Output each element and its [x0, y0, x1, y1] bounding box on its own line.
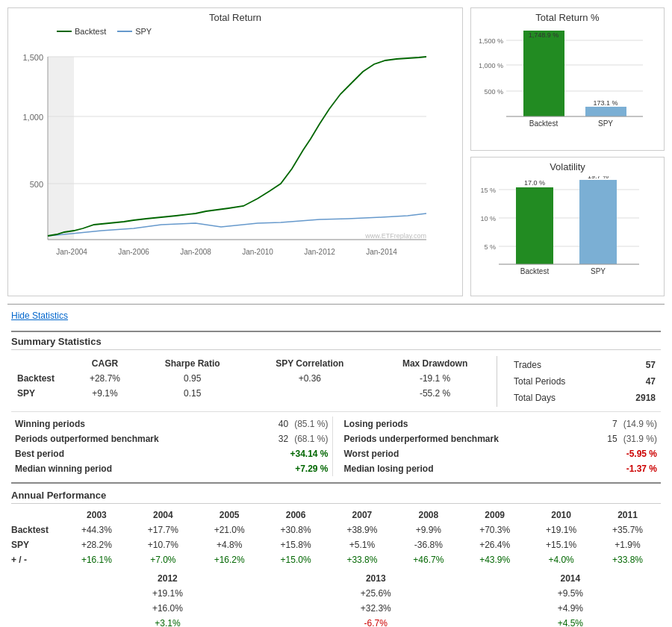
svg-text:SPY: SPY	[591, 267, 606, 275]
bt-2006: +30.8%	[263, 522, 329, 537]
diff-2014: +4.5%	[480, 616, 661, 627]
volatility-bar-chart: Volatility 15 % 10 % 5 % 17.0 %	[470, 157, 665, 296]
winning-periods-value: 40	[279, 419, 288, 429]
bt-2008: +9.9%	[395, 522, 461, 537]
winning-periods-row: Winning periods 40 (85.1 %)	[11, 417, 332, 431]
annual-backtest-label2	[11, 586, 63, 601]
year-2005: 2005	[196, 508, 263, 522]
svg-text:Jan-2004: Jan-2004	[56, 248, 87, 256]
period-stats-right: Losing periods 7 (14.9 %) Periods underp…	[332, 417, 662, 476]
annual-diff-label: + / -	[11, 552, 63, 567]
svg-rect-24	[523, 31, 564, 116]
bt-2010: +19.1%	[528, 522, 594, 537]
return-svg: 1,500 % 1,000 % 500 % 1,748.9 %	[475, 27, 654, 146]
total-days-value: 2918	[612, 390, 659, 405]
best-period-row: Best period +34.14 %	[11, 446, 332, 461]
spy-2006: +15.8%	[263, 537, 329, 552]
stats-section: Hide Statistics Summary Statistics CAGR …	[7, 304, 665, 627]
diff-2010: +4.0%	[528, 552, 594, 567]
total-periods-label: Total Periods	[510, 374, 611, 389]
diff-2007: +33.8%	[329, 552, 396, 567]
summary-right: Trades 57 Total Periods 47 Total Days 29…	[497, 356, 661, 407]
year-2011: 2011	[594, 508, 661, 522]
worst-period-row: Worst period -5.95 %	[340, 446, 662, 461]
svg-rect-40	[579, 180, 617, 264]
spy-2008: -36.8%	[395, 537, 461, 552]
total-days-label: Total Days	[510, 390, 611, 405]
hide-stats-btn[interactable]: Hide Statistics	[11, 311, 68, 321]
bt-2012: +19.1%	[63, 586, 272, 601]
diff-2009: +43.9%	[461, 552, 528, 567]
spy-row: SPY +9.1% 0.15 -55.2 %	[11, 386, 497, 401]
svg-text:1,000: 1,000	[22, 113, 43, 122]
median-losing-value: -1.37 %	[626, 464, 657, 474]
volatility-chart-title: Volatility	[475, 161, 660, 172]
trades-label: Trades	[510, 358, 611, 372]
annual-empty-header2	[11, 571, 63, 586]
spy-label: SPY	[11, 386, 71, 401]
spy-2011: +1.9%	[594, 537, 661, 552]
annual-diff-row2: +3.1% -6.7% +4.5%	[11, 616, 661, 627]
best-period-label: Best period	[15, 449, 290, 459]
svg-rect-26	[585, 107, 626, 116]
bt-2011: +35.7%	[594, 522, 661, 537]
median-winning-label: Median winning period	[15, 464, 295, 474]
svg-text:5 %: 5 %	[484, 243, 496, 251]
svg-text:10 %: 10 %	[480, 215, 496, 222]
worst-period-label: Worst period	[344, 449, 626, 459]
bt-2014: +9.5%	[480, 586, 661, 601]
year-2013: 2013	[272, 571, 480, 586]
summary-layout: CAGR Sharpe Ratio SPY Correlation Max Dr…	[11, 356, 661, 407]
spy-drawdown: -55.2 %	[373, 386, 497, 401]
worst-period-value: -5.95 %	[626, 449, 657, 459]
losing-periods-row: Losing periods 7 (14.9 %)	[340, 417, 662, 431]
annual-divider	[11, 482, 661, 484]
svg-text:19.7 %: 19.7 %	[588, 176, 609, 180]
bt-2009: +70.3%	[461, 522, 528, 537]
outperformed-label: Periods outperformed benchmark	[15, 434, 279, 444]
annual-diff-label2	[11, 616, 63, 627]
spy-2003: +28.2%	[63, 537, 130, 552]
annual-title: Annual Performance	[11, 490, 661, 504]
winning-periods-paren: (85.1 %)	[294, 419, 328, 429]
spy-sharpe: 0.15	[139, 386, 246, 401]
svg-text:1,500 %: 1,500 %	[479, 37, 503, 45]
legend-spy-line	[117, 31, 132, 32]
spy-2009: +26.4%	[461, 537, 528, 552]
spy-2010: +15.1%	[528, 537, 594, 552]
summary-left: CAGR Sharpe Ratio SPY Correlation Max Dr…	[11, 356, 497, 407]
svg-text:1,000 %: 1,000 %	[479, 62, 503, 69]
annual-empty-header	[11, 508, 63, 522]
spy-2014: +4.9%	[480, 601, 661, 616]
median-losing-row: Median losing period -1.37 %	[340, 461, 662, 476]
annual-table-2: 2012 2013 2014 +19.1% +25.6% +9.5% +16.0…	[11, 571, 661, 627]
diff-2013: -6.7%	[272, 616, 480, 627]
bt-2005: +21.0%	[196, 522, 263, 537]
spy-2005: +4.8%	[196, 537, 263, 552]
losing-periods-paren: (14.9 %)	[623, 419, 657, 429]
backtest-label: Backtest	[11, 371, 71, 386]
year-2007: 2007	[329, 508, 396, 522]
annual-table-1: 2003 2004 2005 2006 2007 2008 2009 2010 …	[11, 508, 661, 567]
trades-row: Trades 57	[510, 358, 659, 372]
charts-row: Total Return Backtest SPY 1,500 1,000 50…	[7, 7, 665, 296]
diff-2003: +16.1%	[63, 552, 130, 567]
median-losing-label: Median losing period	[344, 464, 626, 474]
diff-2008: +46.7%	[395, 552, 461, 567]
svg-text:500 %: 500 %	[484, 88, 503, 96]
year-2014: 2014	[480, 571, 661, 586]
underperformed-paren: (31.9 %)	[623, 434, 657, 444]
diff-2011: +33.8%	[594, 552, 661, 567]
legend-backtest: Backtest	[57, 27, 106, 36]
svg-text:Jan-2006: Jan-2006	[118, 248, 149, 256]
svg-text:Jan-2008: Jan-2008	[180, 248, 211, 256]
svg-text:SPY: SPY	[598, 119, 613, 128]
spy-cagr: +9.1%	[71, 386, 139, 401]
spy-correlation	[246, 386, 373, 401]
legend-spy-label: SPY	[135, 27, 152, 36]
spy-2007: +5.1%	[329, 537, 396, 552]
col-header-sharpe: Sharpe Ratio	[139, 356, 246, 371]
spy-2013: +32.3%	[272, 601, 480, 616]
return-bar-chart: Total Return % 1,500 % 1,000 % 500 % 1,7…	[470, 7, 665, 151]
best-period-value: +34.14 %	[290, 449, 328, 459]
